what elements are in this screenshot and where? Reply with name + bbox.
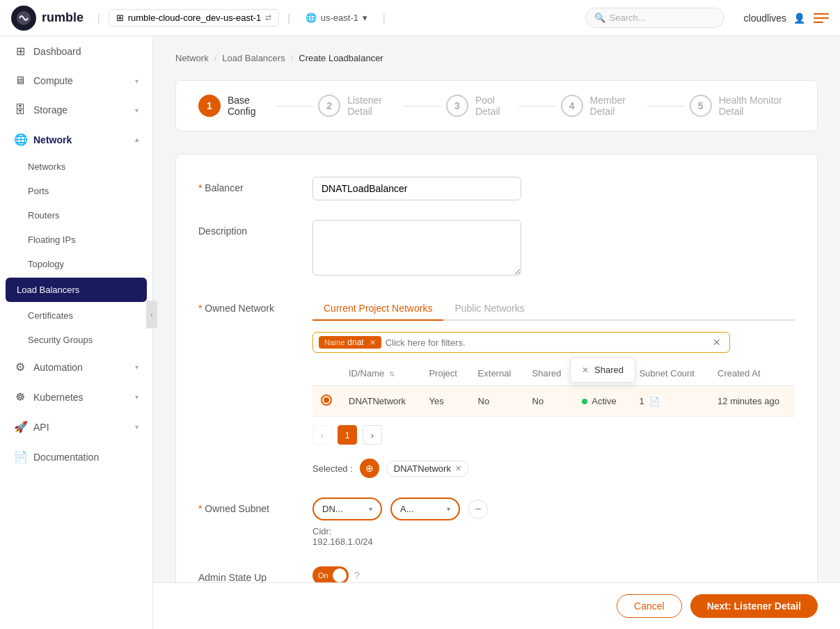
region-button[interactable]: 🌐 us-east-1 ▾	[299, 10, 374, 26]
filter-tag-close-button[interactable]: ✕	[370, 338, 376, 347]
hamburger-menu[interactable]	[814, 13, 829, 23]
owned-subnet-label: * Owned Subnet	[198, 497, 296, 514]
selected-icon-button[interactable]: ⊕	[360, 459, 379, 478]
col-shared: Shared	[524, 361, 574, 386]
subnet-dropdown-2[interactable]: A... ▾	[390, 497, 460, 520]
sidebar-item-automation[interactable]: ⚙ Automation ▾	[0, 352, 152, 382]
cancel-button[interactable]: Cancel	[617, 594, 682, 618]
chevron-down-icon: ▾	[447, 505, 450, 513]
description-row: Description	[198, 220, 795, 278]
step-2-circle: 2	[318, 95, 340, 117]
cell-project: Yes	[420, 386, 469, 417]
cidr-value: 192.168.1.0/24	[312, 536, 795, 547]
network-table: ID/Name ⇅ Project External Shared Status…	[312, 361, 795, 417]
col-radio	[312, 361, 340, 386]
cell-subnet-count: 1 📄	[631, 386, 709, 417]
balancer-input[interactable]	[312, 177, 521, 200]
workspace-swap-icon: ⇄	[265, 13, 271, 22]
cidr-info: Cidr: 192.168.1.0/24	[312, 526, 795, 547]
cell-name: DNATNetwork	[340, 386, 420, 417]
step-3[interactable]: 3 Pool Detail	[446, 95, 513, 117]
network-icon: 🌐	[14, 133, 26, 146]
sort-icon: ⇅	[389, 370, 395, 378]
workspace-button[interactable]: ⊞ rumble-cloud-core_dev-us-east-1 ⇄	[109, 9, 279, 26]
user-icon: 👤	[793, 13, 805, 24]
workspace-label: rumble-cloud-core_dev-us-east-1	[128, 13, 261, 23]
filter-dropdown-item-shared[interactable]: ✕ Shared	[571, 358, 635, 382]
username-label: cloudlives	[744, 13, 786, 24]
doc-icon: 📄	[649, 397, 660, 406]
logo-icon	[11, 6, 36, 31]
balancer-row: * Balancer	[198, 177, 795, 200]
cell-external: No	[470, 386, 524, 417]
step-4-circle: 4	[561, 95, 583, 117]
table-header: ID/Name ⇅ Project External Shared Status…	[312, 361, 795, 386]
dashboard-icon: ⊞	[14, 45, 26, 58]
step-4-label: Member Detail	[590, 95, 642, 117]
sidebar-item-networks[interactable]: Networks	[0, 154, 152, 179]
step-2[interactable]: 2 Listener Detail	[318, 95, 398, 117]
sidebar-item-topology[interactable]: Topology	[0, 252, 152, 276]
selected-tag-remove-button[interactable]: ✕	[455, 464, 461, 473]
prev-page-button[interactable]: ‹	[312, 425, 332, 445]
help-icon[interactable]: ?	[354, 570, 360, 581]
sidebar-item-label: Dashboard	[33, 46, 81, 57]
step-4[interactable]: 4 Member Detail	[561, 95, 642, 117]
page-1-button[interactable]: 1	[338, 425, 357, 445]
cidr-label: Cidr:	[312, 526, 795, 536]
close-icon: ✕	[582, 365, 589, 375]
sidebar-item-network[interactable]: 🌐 Network ▴	[0, 125, 152, 154]
breadcrumb-current: Create Loadbalancer	[299, 53, 383, 63]
sidebar-item-kubernetes[interactable]: ☸ Kubernetes ▾	[0, 382, 152, 412]
region-chevron-icon: ▾	[363, 13, 367, 23]
chevron-down-icon: ▾	[135, 106, 138, 114]
col-id-name[interactable]: ID/Name ⇅	[340, 361, 420, 386]
breadcrumb-network[interactable]: Network	[175, 53, 209, 63]
sidebar-item-documentation[interactable]: 📄 Documentation	[0, 442, 152, 472]
step-5[interactable]: 5 Health Monitor Detail	[690, 95, 795, 117]
radio-button[interactable]	[321, 395, 332, 406]
sidebar-collapse-button[interactable]: ‹	[146, 301, 157, 328]
sidebar-item-api[interactable]: 🚀 API ▾	[0, 412, 152, 442]
step-connector-4	[647, 106, 684, 106]
sidebar-item-routers[interactable]: Routers	[0, 203, 152, 228]
sidebar-item-dashboard[interactable]: ⊞ Dashboard	[0, 36, 152, 66]
storage-icon: 🗄	[14, 104, 26, 116]
subnet-dropdown-1[interactable]: DN... ▾	[312, 497, 382, 520]
tab-current-project-networks[interactable]: Current Project Networks	[312, 297, 443, 321]
logo-text: rumble	[42, 10, 84, 25]
filter-dropdown: ✕ Shared	[570, 357, 635, 383]
search-bar[interactable]: 🔍 Search...	[585, 8, 724, 28]
filter-clear-button[interactable]: ✕	[710, 335, 724, 349]
documentation-icon: 📄	[14, 450, 26, 463]
sidebar-item-label: Documentation	[33, 452, 99, 463]
filter-input[interactable]	[386, 337, 706, 348]
subnet-remove-button[interactable]: −	[468, 500, 488, 519]
cell-radio[interactable]	[312, 386, 340, 417]
sidebar-item-certificates[interactable]: Certificates	[0, 303, 152, 328]
logo[interactable]: rumble	[11, 6, 84, 31]
filter-tag: Name dnat ✕	[319, 336, 381, 349]
compute-icon: 🖥	[14, 74, 26, 87]
step-connector-3	[518, 106, 555, 106]
description-field	[312, 220, 795, 278]
table-row[interactable]: DNATNetwork Yes No No Active 1 📄 12 minu…	[312, 386, 795, 417]
sidebar-item-ports[interactable]: Ports	[0, 179, 152, 203]
next-page-button[interactable]: ›	[363, 425, 382, 445]
breadcrumb-load-balancers[interactable]: Load Balancers	[222, 53, 285, 63]
tab-public-networks[interactable]: Public Networks	[443, 297, 535, 321]
sidebar-item-compute[interactable]: 🖥 Compute ▾	[0, 66, 152, 95]
description-input[interactable]	[312, 220, 521, 276]
sidebar-item-label: Storage	[33, 104, 68, 116]
sidebar-item-load-balancers[interactable]: Load Balancers	[6, 278, 147, 302]
step-2-label: Listener Detail	[347, 95, 398, 117]
sidebar-item-label: Compute	[33, 75, 73, 86]
sidebar-item-storage[interactable]: 🗄 Storage ▾	[0, 95, 152, 125]
sidebar-item-floating-ips[interactable]: Floating IPs	[0, 228, 152, 252]
balancer-label: * Balancer	[198, 177, 296, 193]
minus-icon: −	[475, 503, 481, 516]
next-button[interactable]: Next: Listener Detail	[690, 594, 818, 618]
sidebar-item-security-groups[interactable]: Security Groups	[0, 328, 152, 352]
step-1[interactable]: 1 Base Config	[198, 95, 271, 117]
cell-status: Active	[573, 386, 631, 417]
